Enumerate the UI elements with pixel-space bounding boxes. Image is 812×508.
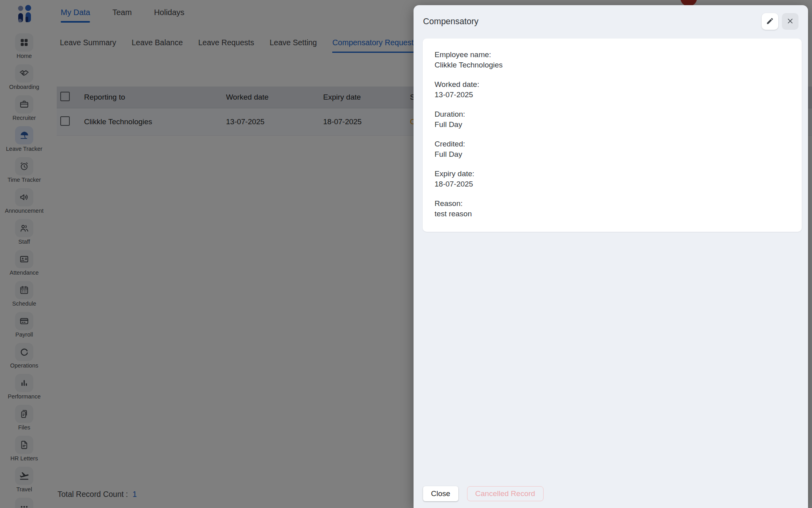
field-value: Full Day <box>435 149 790 160</box>
field-value: Full Day <box>435 119 790 130</box>
field-label: Duration: <box>435 109 790 119</box>
modal-header-actions <box>762 13 799 30</box>
field-value: 18-07-2025 <box>435 179 790 189</box>
field-worked-date: Worked date:13-07-2025 <box>435 79 790 100</box>
close-button[interactable]: Close <box>423 486 458 501</box>
field-label: Credited: <box>435 139 790 149</box>
cancelled-record-button[interactable]: Cancelled Record <box>467 486 544 501</box>
field-reason: Reason:test reason <box>435 198 790 219</box>
edit-button[interactable] <box>762 13 778 30</box>
field-label: Expiry date: <box>435 169 790 179</box>
close-icon <box>786 17 794 26</box>
field-label: Reason: <box>435 198 790 209</box>
field-value: 13-07-2025 <box>435 90 790 100</box>
field-employee-name: Employee name:Clikkle Technologies <box>435 50 790 70</box>
field-duration: Duration:Full Day <box>435 109 790 130</box>
modal-close-button[interactable] <box>782 13 799 30</box>
field-expiry-date: Expiry date:18-07-2025 <box>435 169 790 189</box>
field-value: test reason <box>435 209 790 219</box>
modal-header: Compensatory <box>414 5 808 33</box>
modal-title: Compensatory <box>423 17 479 27</box>
modal-footer: Close Cancelled Record <box>423 486 544 501</box>
field-credited: Credited:Full Day <box>435 139 790 160</box>
pencil-icon <box>766 17 774 26</box>
field-label: Worked date: <box>435 79 790 90</box>
details-card: Employee name:Clikkle TechnologiesWorked… <box>423 38 802 232</box>
app-screen: HomeOnboardingRecruiterLeave TrackerTime… <box>0 0 812 508</box>
field-label: Employee name: <box>435 50 790 60</box>
compensatory-modal: Compensatory E <box>414 5 808 508</box>
field-value: Clikkle Technologies <box>435 60 790 70</box>
